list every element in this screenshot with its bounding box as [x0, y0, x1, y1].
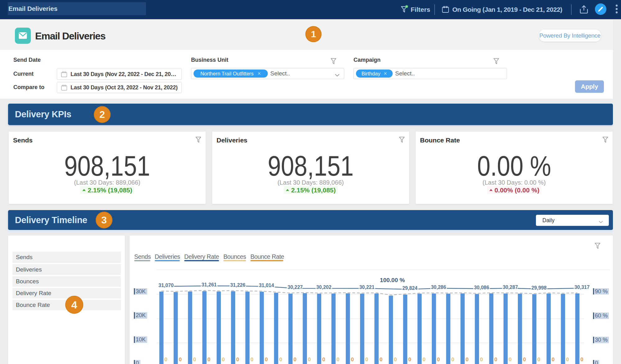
svg-text:0: 0 [336, 357, 339, 362]
svg-text:0: 0 [437, 357, 440, 362]
svg-text:0: 0 [179, 357, 181, 362]
svg-text:0: 0 [580, 357, 583, 362]
svg-text:0: 0 [164, 357, 167, 362]
svg-text:0: 0 [422, 357, 425, 362]
svg-text:29,824: 29,824 [402, 285, 418, 291]
svg-text:0: 0 [250, 357, 253, 362]
svg-text:0: 0 [566, 357, 569, 362]
svg-text:0: 0 [265, 357, 267, 362]
svg-text:31,226: 31,226 [230, 282, 245, 288]
svg-text:30,202: 30,202 [316, 285, 331, 290]
svg-text:29,998: 29,998 [531, 285, 546, 290]
svg-text:31,070: 31,070 [158, 283, 174, 288]
svg-text:0: 0 [308, 357, 311, 362]
svg-text:30,287: 30,287 [503, 285, 518, 290]
svg-text:0: 0 [322, 357, 325, 362]
svg-text:0: 0 [365, 357, 368, 362]
svg-text:0: 0 [408, 357, 411, 362]
svg-text:31,014: 31,014 [259, 283, 274, 288]
svg-text:30,086: 30,086 [474, 285, 489, 290]
svg-text:0: 0 [523, 357, 526, 362]
svg-text:0: 0 [222, 357, 225, 362]
svg-text:0: 0 [294, 357, 296, 362]
svg-text:0: 0 [552, 357, 555, 362]
svg-text:0: 0 [208, 357, 210, 362]
svg-text:0: 0 [351, 357, 354, 362]
svg-text:0: 0 [193, 357, 196, 362]
svg-text:30,227: 30,227 [288, 285, 303, 290]
svg-text:0: 0 [466, 357, 468, 362]
svg-text:0: 0 [451, 357, 454, 362]
svg-text:30,317: 30,317 [574, 285, 590, 290]
svg-text:0: 0 [494, 357, 497, 362]
svg-text:100.00 %: 100.00 % [380, 277, 405, 283]
svg-text:0: 0 [380, 357, 382, 362]
svg-text:0: 0 [236, 357, 239, 362]
svg-text:0: 0 [394, 357, 397, 362]
svg-text:0: 0 [480, 357, 483, 362]
svg-text:0: 0 [509, 357, 511, 362]
svg-text:30,221: 30,221 [359, 285, 374, 290]
svg-text:30,286: 30,286 [431, 285, 446, 290]
svg-text:31,261: 31,261 [202, 282, 217, 287]
svg-text:0: 0 [279, 357, 282, 362]
svg-text:0: 0 [537, 357, 540, 362]
